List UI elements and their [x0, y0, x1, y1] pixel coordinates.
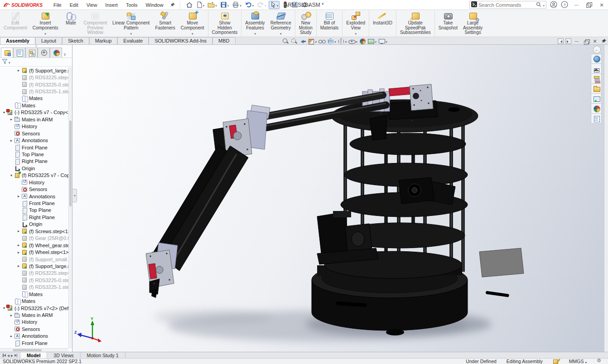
ribbon-button[interactable]: Take Snapshot [436, 10, 460, 37]
tree-item[interactable]: Mates [0, 297, 68, 304]
ribbon-button[interactable]: Linear Component Pattern [110, 10, 152, 37]
hide-show-items-icon[interactable] [348, 38, 357, 45]
tab-featuremanager[interactable] [1, 48, 13, 57]
filter-caret-icon[interactable] [9, 59, 10, 65]
viewport[interactable]: Y Z [72, 45, 608, 352]
first-tab-button[interactable] [3, 354, 6, 357]
menu-item[interactable]: File [53, 2, 62, 8]
filter-funnel-icon[interactable] [2, 59, 8, 65]
tree-item[interactable]: (f) RDS3225-0.step<1> [0, 277, 68, 283]
tree-item[interactable]: ▸ Mates in ARM [0, 311, 68, 318]
tree-item[interactable]: Sensors [0, 186, 68, 192]
tree-item[interactable]: (f) RDS3225.step<1> (D [0, 270, 68, 277]
menu-item[interactable]: Window [146, 2, 164, 8]
resources-home-icon[interactable] [591, 64, 602, 74]
apply-scene-icon[interactable] [367, 38, 376, 45]
zoom-to-area-icon[interactable] [290, 38, 297, 45]
tree-item[interactable]: History [0, 319, 68, 326]
manager-tabs-overflow-icon[interactable] [64, 51, 66, 57]
command-tab[interactable]: SOLIDWORKS Add-Ins [149, 37, 212, 44]
tree-item[interactable]: ▸ (f) Wheel_gear.step<1> [0, 242, 68, 249]
menu-item[interactable]: Tools [126, 2, 138, 8]
doc-restore-button[interactable] [582, 38, 589, 44]
toolbar-pin-icon[interactable] [601, 38, 607, 44]
tree-item[interactable]: ▸ (f) Wheel.step<1> (Def [0, 249, 68, 255]
expand-arrow-icon[interactable]: ▸ [16, 194, 21, 198]
document-tab[interactable]: Model [20, 352, 47, 358]
tree-item[interactable]: Right Plane [0, 214, 68, 220]
tree-item[interactable]: ▸ Annotations [0, 333, 68, 340]
pane-right-icon[interactable] [565, 38, 571, 44]
view-orientation-icon[interactable] [327, 38, 336, 45]
menu-item[interactable]: Insert [105, 2, 118, 8]
home-icon[interactable] [185, 1, 194, 9]
doc-minimize-button[interactable] [573, 38, 580, 44]
tree-item[interactable]: (f) RDS3225-0.step<1> [0, 81, 68, 88]
tree-item[interactable]: (f) RDS3225-1.step<1> [0, 88, 68, 95]
tree-item[interactable]: ▸ Mates in ARM [0, 116, 68, 123]
edit-assembly-icon[interactable] [553, 359, 559, 364]
dropdown-caret-icon[interactable] [192, 30, 193, 34]
restore-button[interactable] [584, 0, 594, 10]
tree-item[interactable]: Front Plane [0, 340, 68, 346]
previous-view-icon[interactable] [299, 38, 306, 45]
open-icon[interactable] [207, 1, 218, 9]
expand-arrow-icon[interactable]: ▸ [16, 229, 21, 233]
tree-vertical-scrollbar-thumb[interactable] [69, 120, 72, 206]
ribbon-button[interactable]: Move Component [178, 10, 208, 37]
save-icon[interactable] [219, 1, 230, 9]
pin-menu-icon[interactable] [170, 2, 175, 8]
document-tab[interactable]: 3D Views [47, 352, 80, 358]
tree-item[interactable]: ▸ (f) Support_large.step< [0, 67, 68, 74]
expand-arrow-icon[interactable]: ▸ [9, 139, 14, 143]
ribbon-button[interactable]: Instant3D [370, 10, 396, 37]
tree-item[interactable]: History [0, 123, 68, 130]
tree-item[interactable]: Mates [0, 291, 68, 297]
ribbon-button[interactable]: Insert Components [30, 10, 61, 37]
units-selector[interactable]: MMGS [569, 359, 587, 364]
tree-horizontal-scrollbar-thumb[interactable] [13, 349, 42, 351]
appearances-icon[interactable] [591, 104, 602, 114]
tree-item[interactable]: Mates [0, 95, 68, 102]
ribbon-button[interactable]: Exploded View [343, 10, 369, 37]
panel-collapse-arrow[interactable] [72, 189, 77, 202]
view-palette-icon[interactable] [591, 94, 602, 104]
ribbon-button[interactable]: Assembly Features [242, 10, 267, 37]
tree-item[interactable]: ▸ Annotations [0, 193, 68, 200]
ribbon-button[interactable]: Large Assembly Settings [460, 10, 485, 37]
tree-item[interactable]: (f) Gear (25R@0.00).ste [0, 235, 68, 242]
tree-item[interactable]: Origin [0, 165, 68, 172]
tree-item[interactable]: Right Plane [0, 158, 68, 165]
expand-arrow-icon[interactable]: ▾ [2, 306, 6, 310]
expand-arrow-icon[interactable]: ▸ [9, 334, 14, 338]
display-style-icon[interactable] [338, 38, 347, 45]
dynamic-annotation-views-icon[interactable] [318, 38, 325, 45]
print-icon[interactable] [231, 1, 242, 9]
command-tab[interactable]: Markup [89, 37, 118, 44]
dropdown-caret-icon[interactable] [130, 30, 132, 34]
ribbon-button[interactable]: Update SpeedPak Subassemblies [397, 10, 435, 37]
task-pane-back-icon[interactable] [593, 46, 601, 53]
ribbon-button[interactable]: Bill of Materials [318, 10, 343, 37]
ribbon-button[interactable]: New Motion Study [296, 10, 317, 37]
search-scope-caret-icon[interactable] [543, 2, 545, 8]
undo-icon[interactable] [244, 1, 255, 9]
ribbon-button[interactable]: Edit Component [1, 10, 30, 37]
command-tab[interactable]: Assembly [0, 37, 35, 44]
expand-arrow-icon[interactable]: ▸ [16, 250, 21, 254]
expand-arrow-icon[interactable]: ▾ [9, 173, 14, 177]
dropdown-caret-icon[interactable] [355, 30, 357, 34]
command-tab[interactable]: MBD [212, 37, 235, 44]
tree-vertical-scrollbar[interactable] [68, 67, 72, 348]
new-document-icon[interactable] [195, 1, 206, 9]
expand-arrow-icon[interactable]: ▸ [9, 117, 14, 121]
menu-item[interactable]: View [87, 2, 97, 8]
zoom-to-fit-icon[interactable] [282, 38, 289, 45]
minimize-button[interactable] [572, 0, 581, 10]
tree-item[interactable]: (f) RDS3225-1.step<1> [0, 284, 68, 291]
search-input[interactable] [478, 2, 535, 8]
tree-item[interactable]: ▸ (f) Screws.step<1> (De [0, 228, 68, 235]
search-icon[interactable] [536, 2, 541, 8]
expand-arrow-icon[interactable]: ▸ [9, 313, 14, 317]
dropdown-caret-icon[interactable] [254, 30, 256, 34]
